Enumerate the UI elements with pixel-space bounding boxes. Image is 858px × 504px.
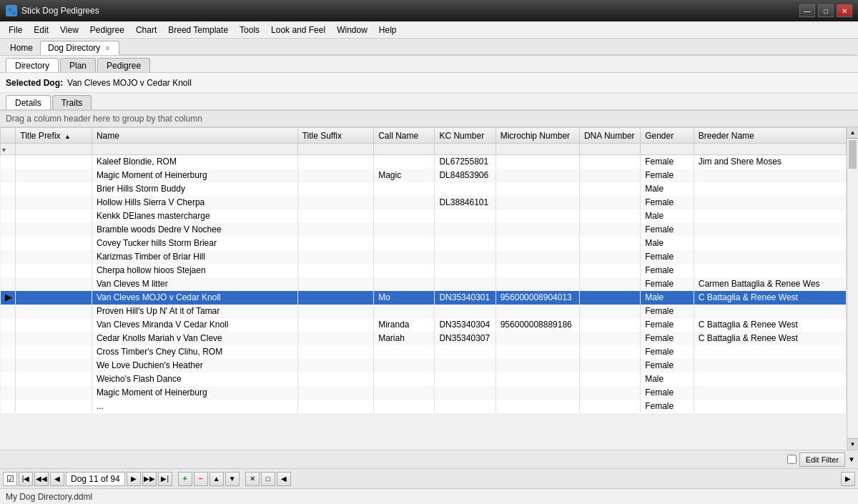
nav-stop-button[interactable]: ✕ [245,472,260,486]
cell-call-name [374,237,435,250]
nav-first-button[interactable]: |◀ [19,472,33,486]
selected-dog-label: Selected Dog: [6,78,63,88]
cell-title-prefix [16,169,92,182]
nav-left-arrow-button[interactable]: ◀ [277,472,291,486]
nav-add-button[interactable]: + [178,472,192,486]
detail-tab-details[interactable]: Details [6,95,51,109]
menu-pedigree[interactable]: Pedigree [84,24,130,36]
table-row[interactable]: Kenkk DElanes masterchargeMale [1,209,847,223]
cell-title-suffix [297,318,374,332]
menu-edit[interactable]: Edit [28,24,54,36]
menu-window[interactable]: Window [331,24,373,36]
col-header-arrow [1,128,16,144]
nav-check[interactable]: ☑ [3,472,17,486]
table-row[interactable]: Weicho's Flash DanceMale [1,372,847,386]
vertical-scrollbar[interactable]: ▲ ▼ [847,127,858,450]
col-header-gender[interactable]: Gender [641,128,694,144]
nav-next-page-button[interactable]: ▶▶ [142,472,157,486]
filter-dropdown-arrow[interactable]: ▼ [848,455,855,463]
cell-microchip [495,182,579,196]
menu-chart[interactable]: Chart [130,24,162,36]
table-row[interactable]: Magic Moment of HeinerburgFemale [1,386,847,400]
menu-file[interactable]: File [3,24,28,36]
selected-dog-bar: Selected Dog: Van Cleves MOJO v Cedar Kn… [0,73,858,93]
table-row[interactable]: Proven Hill's Up N' At it of TamarFemale [1,305,847,318]
nav-up-button[interactable]: ▲ [209,472,224,486]
nav-last-button[interactable]: ▶| [158,472,172,486]
table-row[interactable]: Magic Moment of HeinerburgMagicDL8485390… [1,169,847,182]
cell-gender: Female [641,155,694,169]
cell-title-prefix [16,250,92,264]
cell-breeder [694,169,846,182]
col-header-breeder[interactable]: Breeder Name [694,128,846,144]
table-row[interactable]: Cedar Knolls Mariah v Van CleveMariahDN3… [1,332,847,345]
minimize-button[interactable]: — [799,4,815,17]
cell-title-suffix [297,182,374,196]
table-row[interactable]: Brier Hills Storm BuddyMale [1,182,847,196]
cell-kc-number [435,400,495,413]
tab-bar: Home Dog Directory × [0,39,858,56]
nav-prev-button[interactable]: ◀ [50,472,64,486]
table-row[interactable]: Van Cleves Miranda V Cedar KnollMirandaD… [1,318,847,332]
col-header-title-prefix[interactable]: Title Prefix ▲ [16,128,92,144]
table-row[interactable]: Cherpa hollow hioos StejaenFemale [1,264,847,277]
cell-call-name: Mo [374,291,435,305]
data-table: Title Prefix ▲ Name Title Suffix Call Na… [0,127,847,413]
inner-tab-pedigree[interactable]: Pedigree [97,58,150,72]
table-row[interactable]: Kaleef Blondie, ROMDL67255801FemaleJim a… [1,155,847,169]
cell-dna [579,359,640,372]
nav-square-button[interactable]: □ [261,472,275,486]
nav-down-button[interactable]: ▼ [225,472,240,486]
col-header-call-name[interactable]: Call Name [374,128,435,144]
inner-tab-plan[interactable]: Plan [60,58,96,72]
col-header-kc-number[interactable]: KC Number [435,128,495,144]
table-row[interactable]: ▶Van Cleves MOJO v Cedar KnollMoDN353403… [1,291,847,305]
tab-home[interactable]: Home [3,41,40,55]
cell-name: Brier Hills Storm Buddy [92,182,297,196]
menu-help[interactable]: Help [373,24,403,36]
table-row[interactable]: Van Cleves M litterFemaleCarmen Battagli… [1,277,847,291]
tab-dog-directory-close[interactable]: × [103,44,112,52]
table-wrapper[interactable]: Title Prefix ▲ Name Title Suffix Call Na… [0,127,847,450]
table-row[interactable]: Hollow Hills Sierra V CherpaDL38846101Fe… [1,196,847,209]
col-header-dna[interactable]: DNA Number [579,128,640,144]
cell-arrow [1,277,16,291]
close-button[interactable]: ✕ [837,4,852,17]
table-row[interactable]: Covey Tucker hills Storm BriearMale [1,237,847,250]
menu-tools[interactable]: Tools [234,24,265,36]
menu-view[interactable]: View [54,24,84,36]
scroll-thumb[interactable] [849,140,857,169]
nav-prev-page-button[interactable]: ◀◀ [34,472,49,486]
filter-checkbox[interactable] [787,455,797,464]
col-header-microchip[interactable]: Microchip Number [495,128,579,144]
scroll-down-button[interactable]: ▼ [847,438,858,450]
table-row[interactable]: Bramble woods Dedre V NocheeFemale [1,223,847,237]
cell-arrow [1,196,16,209]
col-header-title-suffix[interactable]: Title Suffix [297,128,374,144]
cell-microchip [495,209,579,223]
cell-gender: Female [641,400,694,413]
window-controls: — □ ✕ [799,4,852,17]
nav-delete-button[interactable]: − [194,472,208,486]
tab-dog-directory[interactable]: Dog Directory × [40,41,119,55]
table-row[interactable]: ...Female [1,400,847,413]
menu-look-and-feel[interactable]: Look and Feel [265,24,331,36]
cell-title-suffix [297,305,374,318]
maximize-button[interactable]: □ [818,4,834,17]
col-header-name[interactable]: Name [92,128,297,144]
edit-filter-button[interactable]: Edit Filter [799,453,845,467]
detail-tab-traits[interactable]: Traits [52,95,92,109]
cell-name: Van Cleves Miranda V Cedar Knoll [92,318,297,332]
nav-next-button[interactable]: ▶ [127,472,141,486]
inner-tab-directory[interactable]: Directory [6,58,59,72]
menu-breed-template[interactable]: Breed Template [162,24,234,36]
cell-arrow [1,264,16,277]
table-row[interactable]: We Love Duchien's HeatherFemale [1,359,847,372]
cell-title-suffix [297,237,374,250]
cell-arrow [1,305,16,318]
scroll-up-button[interactable]: ▲ [847,127,858,139]
table-row[interactable]: Karizmas Timber of Briar HillFemale [1,250,847,264]
cell-name: Kenkk DElanes mastercharge [92,209,297,223]
table-row[interactable]: Cross Timber's Chey Clihu, ROMFemale [1,345,847,359]
nav-right-scroll-button[interactable]: ▶ [841,472,855,486]
